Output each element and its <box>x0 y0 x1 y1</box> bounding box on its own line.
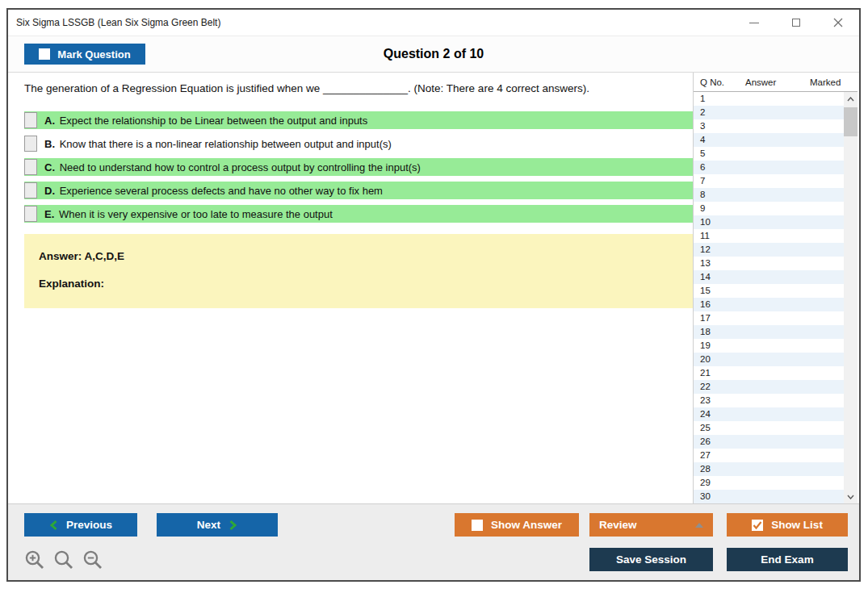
question-list-row[interactable]: 30 <box>694 490 844 503</box>
app-window: Six Sigma LSSGB (Lean Six Sigma Green Be… <box>6 8 861 582</box>
question-list-row[interactable]: 11 <box>694 229 844 243</box>
question-list-row[interactable]: 12 <box>694 243 844 257</box>
question-list-row[interactable]: 14 <box>694 270 844 284</box>
scrollbar-down-button[interactable] <box>844 490 858 503</box>
review-label: Review <box>599 519 637 531</box>
window-controls <box>733 10 859 35</box>
zoom-out-icon[interactable] <box>82 549 104 571</box>
question-list-header: Q No. Answer Marked <box>694 73 858 92</box>
question-list-row[interactable]: 13 <box>694 257 844 270</box>
option-checkbox[interactable] <box>24 136 37 152</box>
zoom-reset-icon[interactable] <box>53 549 75 571</box>
options-list: A. Expect the relationship to be Linear … <box>24 111 694 228</box>
maximize-button[interactable] <box>775 10 817 35</box>
question-list-row[interactable]: 29 <box>694 476 844 490</box>
option-row-c[interactable]: C. Need to understand how to control a p… <box>24 158 694 176</box>
option-checkbox[interactable] <box>24 112 37 128</box>
title-bar: Six Sigma LSSGB (Lean Six Sigma Green Be… <box>8 10 859 36</box>
close-icon <box>833 18 843 27</box>
checkmark-icon <box>752 520 763 531</box>
show-list-checkbox-icon <box>752 520 763 531</box>
question-list-row[interactable]: 4 <box>694 133 844 147</box>
show-answer-checkbox-icon <box>472 520 483 531</box>
header-bar: Mark Question Question 2 of 10 <box>8 36 859 73</box>
question-list-row[interactable]: 3 <box>694 119 844 133</box>
option-row-a[interactable]: A. Expect the relationship to be Linear … <box>24 111 694 129</box>
footer-bar: Previous Next Show Answer Review Show Li… <box>8 503 859 580</box>
mark-question-button[interactable]: Mark Question <box>24 44 145 65</box>
question-list-row[interactable]: 15 <box>694 284 844 298</box>
chevron-up-icon <box>847 97 854 102</box>
review-dropdown[interactable]: Review <box>589 513 713 537</box>
question-list-row[interactable]: 28 <box>694 462 844 476</box>
mark-question-label: Mark Question <box>57 48 130 61</box>
previous-button[interactable]: Previous <box>24 513 137 537</box>
option-checkbox[interactable] <box>24 182 37 198</box>
maximize-icon <box>792 19 800 27</box>
question-list-row[interactable]: 22 <box>694 380 844 394</box>
next-button[interactable]: Next <box>157 513 278 537</box>
question-list-row[interactable]: 10 <box>694 215 844 229</box>
question-list-row[interactable]: 17 <box>694 311 844 325</box>
question-list-row[interactable]: 2 <box>694 106 844 119</box>
option-checkbox[interactable] <box>24 159 37 175</box>
question-list-row[interactable]: 25 <box>694 421 844 435</box>
scrollbar-up-button[interactable] <box>844 92 858 106</box>
option-text: E. When it is very expensive or too late… <box>44 208 333 220</box>
question-list-row[interactable]: 9 <box>694 202 844 215</box>
next-label: Next <box>197 519 220 531</box>
chevron-down-icon <box>847 495 854 499</box>
question-list-row[interactable]: 8 <box>694 188 844 202</box>
question-list-row[interactable]: 27 <box>694 449 844 462</box>
column-header-qno: Q No. <box>700 77 745 87</box>
option-text: B. Know that there is a non-linear relat… <box>44 138 392 150</box>
minimize-icon <box>749 23 759 23</box>
previous-label: Previous <box>66 519 112 531</box>
question-list-row[interactable]: 1 <box>694 92 844 106</box>
explanation-label: Explanation: <box>39 278 104 290</box>
option-text: A. Expect the relationship to be Linear … <box>44 115 367 127</box>
option-checkbox[interactable] <box>24 206 37 222</box>
question-list-row[interactable]: 24 <box>694 407 844 421</box>
question-list-row[interactable]: 21 <box>694 366 844 380</box>
zoom-controls <box>24 549 104 571</box>
question-list-row[interactable]: 6 <box>694 161 844 174</box>
question-list-row[interactable]: 5 <box>694 147 844 161</box>
question-list-body: 1234567891011121314151617181920212223242… <box>694 92 858 503</box>
window-title: Six Sigma LSSGB (Lean Six Sigma Green Be… <box>8 17 220 28</box>
question-list-row[interactable]: 26 <box>694 435 844 449</box>
zoom-in-icon[interactable] <box>24 549 46 571</box>
question-list-scrollbar[interactable] <box>844 92 858 503</box>
answer-text: Answer: A,C,D,E <box>39 250 124 262</box>
end-exam-button[interactable]: End Exam <box>727 548 848 571</box>
minimize-button[interactable] <box>733 10 775 35</box>
close-button[interactable] <box>817 10 859 35</box>
save-session-label: Save Session <box>616 553 686 566</box>
question-list-row[interactable]: 7 <box>694 174 844 188</box>
question-text: The generation of a Regression Equation … <box>24 82 589 94</box>
answer-box: Answer: A,C,D,E Explanation: <box>24 234 694 308</box>
chevron-left-icon <box>49 520 58 531</box>
option-row-b[interactable]: B. Know that there is a non-linear relat… <box>24 135 694 152</box>
show-list-button[interactable]: Show List <box>727 513 848 537</box>
chevron-right-icon <box>229 520 237 531</box>
question-list-panel: Q No. Answer Marked 12345678910111213141… <box>693 73 858 503</box>
option-row-e[interactable]: E. When it is very expensive or too late… <box>24 205 694 223</box>
show-list-label: Show List <box>771 519 823 531</box>
save-session-button[interactable]: Save Session <box>589 548 713 571</box>
scrollbar-thumb[interactable] <box>844 107 858 136</box>
show-answer-label: Show Answer <box>491 519 562 531</box>
option-text: D. Experience several process defects an… <box>44 185 383 197</box>
option-row-d[interactable]: D. Experience several process defects an… <box>24 182 694 199</box>
triangle-up-icon <box>695 523 703 528</box>
option-text: C. Need to understand how to control a p… <box>44 161 421 173</box>
question-list-row[interactable]: 23 <box>694 394 844 407</box>
question-list-row[interactable]: 16 <box>694 298 844 311</box>
question-list-row[interactable]: 19 <box>694 339 844 353</box>
question-list-row[interactable]: 18 <box>694 325 844 339</box>
show-answer-button[interactable]: Show Answer <box>455 513 579 537</box>
mark-question-checkbox-icon <box>39 48 50 60</box>
question-list-row[interactable]: 20 <box>694 353 844 366</box>
end-exam-label: End Exam <box>761 553 813 566</box>
question-list-rows: 1234567891011121314151617181920212223242… <box>694 92 844 503</box>
